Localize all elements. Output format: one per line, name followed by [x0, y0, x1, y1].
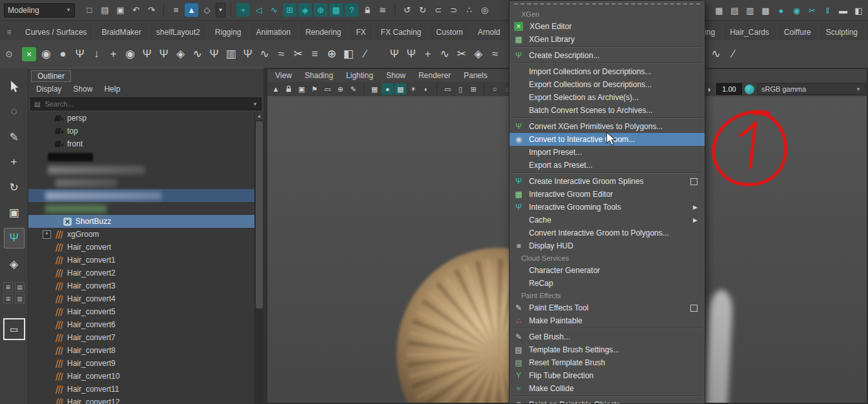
- outliner-row-redacted[interactable]: [28, 150, 255, 163]
- menu-item-make-collide[interactable]: ≈Make Collide: [510, 382, 705, 395]
- outliner-row-Hair_convert6[interactable]: Hair_convert6: [28, 318, 255, 331]
- layout-columns-icon[interactable]: ▥: [743, 4, 757, 17]
- density-icon[interactable]: ◈: [172, 44, 189, 65]
- render-frame-icon[interactable]: ●: [774, 4, 788, 17]
- menu-item-interactive-grooming-tools[interactable]: ΨInteractive Grooming Tools▶: [510, 201, 705, 214]
- menu-help[interactable]: Help: [104, 85, 120, 94]
- outliner-row-redacted[interactable]: [28, 176, 255, 189]
- outliner-row-Hair_convert9[interactable]: Hair_convert9: [28, 357, 255, 370]
- outliner-row-Hair_convert1[interactable]: Hair_convert1: [28, 254, 255, 267]
- scrollbar-thumb[interactable]: [256, 121, 263, 308]
- menu-tearoff-handle[interactable]: [514, 3, 700, 8]
- groom-add-icon[interactable]: +: [420, 44, 436, 65]
- outliner-row-Hair_convert2[interactable]: Hair_convert2: [28, 267, 255, 279]
- menu-panels[interactable]: Panels: [464, 71, 488, 80]
- outliner-row-xgGroom[interactable]: +xgGroom: [28, 228, 255, 241]
- trim-icon[interactable]: ✂: [290, 44, 306, 65]
- outliner-scrollbar[interactable]: ▴: [254, 112, 264, 404]
- arc-right-icon[interactable]: ⊃: [447, 3, 460, 17]
- shelf-tab[interactable]: Custom: [429, 25, 470, 40]
- wireframe-icon[interactable]: ▦: [369, 83, 380, 95]
- outliner-row-redacted[interactable]: [28, 189, 255, 202]
- shelf-tab[interactable]: Rigging: [208, 25, 249, 40]
- field-chart-icon[interactable]: ⊞: [468, 83, 479, 95]
- quick-layout-side[interactable]: ▥: [15, 294, 25, 303]
- single-pane-layout-button[interactable]: ▭: [3, 318, 25, 340]
- outliner-row-persp[interactable]: persp: [28, 112, 255, 125]
- menu-item-convert-to-interactive-groom[interactable]: ◉Convert to Interactive Groom...: [510, 133, 705, 146]
- outliner-row-front[interactable]: front: [28, 137, 255, 150]
- curl-icon[interactable]: ∿: [256, 44, 273, 65]
- snap-rotate-icon[interactable]: ◁: [252, 3, 265, 17]
- outliner-row-Hair_convert10[interactable]: Hair_convert10: [28, 370, 255, 383]
- save-scene-icon[interactable]: ▣: [114, 3, 127, 17]
- menu-item-convert-interactive-groom-to-polygons[interactable]: Convert Interactive Groom to Polygons...: [510, 227, 705, 239]
- menu-item-paint-effects-tool[interactable]: ✎Paint Effects Tool: [510, 301, 705, 314]
- rotate-ccw-icon[interactable]: ↺: [400, 3, 414, 17]
- width-icon[interactable]: ◧: [340, 44, 356, 65]
- outliner-row-redacted[interactable]: [28, 163, 255, 176]
- lasso-tool[interactable]: ◌: [5, 102, 24, 121]
- smooth-shade-icon[interactable]: ●: [382, 83, 393, 95]
- help-icon[interactable]: ?: [345, 3, 358, 17]
- outliner-row-Hair_convert[interactable]: Hair_convert: [28, 241, 255, 254]
- lights-icon[interactable]: ☀: [408, 83, 419, 95]
- undo-icon[interactable]: ↶: [129, 3, 143, 17]
- points-icon[interactable]: ∴: [462, 3, 476, 17]
- expand-icon[interactable]: +: [43, 230, 51, 239]
- film-strip-icon[interactable]: ▩: [759, 4, 772, 17]
- menu-item-get-brush[interactable]: ✎Get Brush...: [510, 330, 705, 343]
- curve-utils-icon[interactable]: ∿: [708, 44, 724, 65]
- select-hierarchy-icon[interactable]: ≡: [169, 3, 183, 17]
- menu-item-convert-xgen-primitives-to-polygons[interactable]: ΨConvert XGen Primitives to Polygons...: [510, 120, 705, 133]
- snap-point-icon[interactable]: ◈: [298, 3, 312, 17]
- xgen-collection-icon[interactable]: ●: [55, 44, 71, 65]
- gear-icon[interactable]: ⚙: [0, 49, 18, 59]
- outliner-row-Hair_convert7[interactable]: Hair_convert7: [28, 331, 255, 344]
- quick-layout-side-add[interactable]: ⊞: [3, 294, 13, 303]
- outliner-row-ShortBuzz[interactable]: └ShortBuzz: [28, 215, 255, 228]
- add-guide-icon[interactable]: Ψ: [72, 44, 88, 65]
- quick-layout-top-add[interactable]: ⊞: [3, 282, 13, 292]
- menu-item-create-description[interactable]: ΨCreate Description...: [510, 49, 705, 62]
- shelf-tab[interactable]: shelfLayout2: [149, 25, 208, 40]
- menu-item-export-as-preset[interactable]: Export as Preset...: [510, 159, 705, 172]
- option-box-icon[interactable]: [690, 178, 698, 185]
- layout-grid-icon[interactable]: ▦: [712, 4, 726, 17]
- guide-visibility-icon[interactable]: ◉: [122, 44, 138, 65]
- menu-item-export-selection-as-archive-s[interactable]: Export Selection as Archive(s)...: [510, 91, 705, 104]
- lock-icon[interactable]: [360, 3, 374, 17]
- search-input[interactable]: [43, 99, 249, 108]
- hypershade-icon[interactable]: ◧: [852, 4, 865, 17]
- outliner-row-top[interactable]: top: [28, 125, 255, 137]
- scroll-up-icon[interactable]: ▴: [255, 112, 264, 120]
- groom-curl-icon[interactable]: ∿: [437, 44, 453, 65]
- menu-show[interactable]: Show: [386, 71, 406, 80]
- grass2-icon[interactable]: Ψ: [240, 44, 256, 65]
- circle-target-icon[interactable]: ◎: [478, 3, 491, 17]
- shelf-tab[interactable]: Arnold: [471, 25, 508, 40]
- interactive-groom-tool[interactable]: Ψ: [4, 228, 25, 248]
- menu-show[interactable]: Show: [73, 85, 92, 94]
- place-icon[interactable]: ⊕: [324, 44, 340, 65]
- ipr-render-icon[interactable]: ◉: [790, 4, 803, 17]
- rotate-tool[interactable]: ↻: [5, 177, 24, 197]
- menu-item-character-generator[interactable]: Character Generator: [510, 264, 705, 277]
- xgen-description-icon[interactable]: ×: [22, 47, 36, 61]
- menu-view[interactable]: View: [275, 71, 292, 80]
- camera-attributes-icon[interactable]: ▣: [296, 83, 307, 95]
- lock-camera-icon[interactable]: [283, 83, 294, 95]
- menu-set-selector[interactable]: Modeling ▼: [4, 3, 75, 17]
- menu-item-create-interactive-groom-splines[interactable]: ΨCreate Interactive Groom Splines: [510, 175, 705, 188]
- sculpt-tool[interactable]: ◈: [5, 254, 24, 274]
- menu-item-display-hud[interactable]: ■Display HUD: [510, 239, 705, 252]
- gamma-icon[interactable]: [745, 85, 754, 94]
- menu-item-reset-template-brush[interactable]: ▤Reset Template Brush: [510, 356, 705, 369]
- outliner-row-Hair_convert8[interactable]: Hair_convert8: [28, 344, 255, 357]
- menu-display[interactable]: Display: [36, 85, 61, 94]
- scale-tool[interactable]: ▣: [5, 203, 24, 222]
- snap-curve-icon[interactable]: ∿: [267, 3, 281, 17]
- outliner-row-Hair_convert12[interactable]: Hair_convert12: [28, 396, 255, 404]
- select-tool[interactable]: [5, 77, 24, 96]
- xgen-preview-icon[interactable]: ◉: [38, 44, 54, 65]
